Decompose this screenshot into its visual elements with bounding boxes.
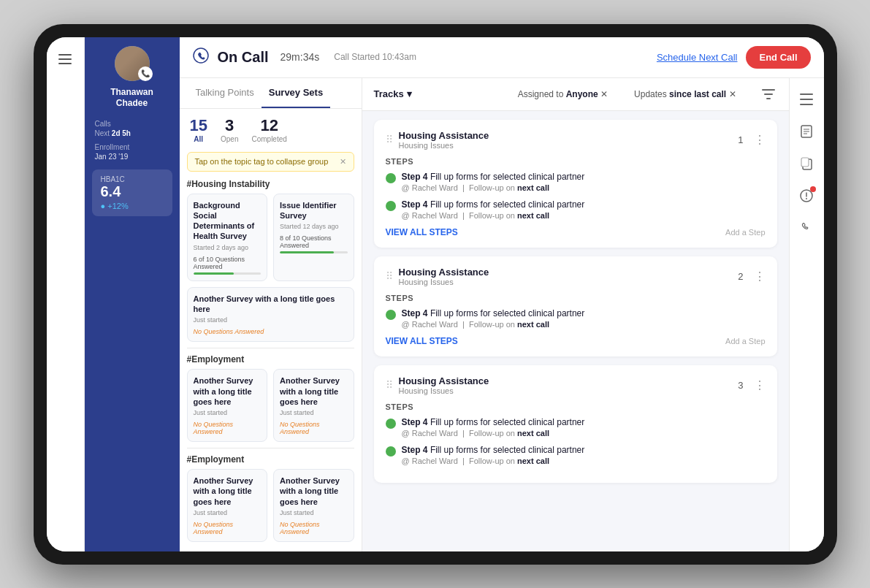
- step-text-1-2: Step 4 Fill up forms for selected clinic…: [402, 199, 766, 210]
- svg-rect-15: [801, 158, 809, 167]
- tab-talking-points[interactable]: Talking Points: [188, 78, 262, 108]
- track-card-1: ⠿ Housing Assistance Housing Issues 1 ⋮ …: [374, 120, 777, 248]
- survey-card-5[interactable]: Another Survey with a long title goes he…: [187, 469, 268, 542]
- step-content-1-1: Step 4 Fill up forms for selected clinic…: [402, 172, 766, 192]
- svg-point-18: [806, 198, 807, 199]
- phone-icon: [193, 47, 209, 67]
- survey-card-1-date: Started 2 days ago: [194, 244, 262, 251]
- main-content: On Call 29m:34s Call Started 10:43am Sch…: [180, 37, 824, 551]
- count-completed[interactable]: 12 Completed: [251, 116, 286, 143]
- svg-rect-0: [58, 54, 72, 56]
- kebab-icon-3[interactable]: ⋮: [754, 378, 766, 392]
- alert-icon[interactable]: [794, 183, 819, 208]
- count-all[interactable]: 15 All: [190, 116, 207, 143]
- kebab-icon-2[interactable]: ⋮: [754, 270, 766, 283]
- step-row-3-1: Step 4 Fill up forms for selected clinic…: [386, 417, 766, 438]
- notice-bar: Tap on the topic tag to collapse group ✕: [187, 152, 354, 172]
- schedule-next-button[interactable]: Schedule Next Call: [657, 52, 738, 63]
- track-card-2-header: ⠿ Housing Assistance Housing Issues 2 ⋮: [386, 267, 766, 286]
- updates-filter[interactable]: Updates since last call ✕: [634, 89, 736, 99]
- count-completed-num: 12: [260, 116, 278, 135]
- survey-card-6[interactable]: Another Survey with a long title goes he…: [273, 469, 354, 542]
- top-bar: On Call 29m:34s Call Started 10:43am Sch…: [180, 37, 824, 78]
- enrollment-label: Enrollment: [85, 143, 130, 151]
- step-content-2-1: Step 4 Fill up forms for selected clinic…: [402, 308, 766, 329]
- step-meta-3-1: @ Rachel Ward | Follow-up on next call: [402, 429, 766, 438]
- view-all-steps-2[interactable]: VIEW ALL STEPS: [386, 336, 458, 346]
- survey-card-6-no-questions: No Questions Answered: [280, 521, 348, 535]
- survey-card-4[interactable]: Another Survey with a long title goes he…: [273, 369, 354, 442]
- track-2-subtitle: Housing Issues: [399, 278, 733, 286]
- track-1-title: Housing Assistance: [399, 130, 733, 141]
- drag-handle-3[interactable]: ⠿: [386, 379, 393, 391]
- step-text-2-1: Step 4 Fill up forms for selected clinic…: [402, 308, 766, 318]
- survey-card-1-progress-fill: [194, 272, 234, 275]
- steps-label-3: Steps: [386, 402, 766, 411]
- count-open[interactable]: 3 Open: [221, 116, 238, 143]
- survey-card-4-title: Another Survey with a long title goes he…: [280, 375, 348, 407]
- on-call-title: On Call: [218, 49, 269, 66]
- add-step-1[interactable]: Add a Step: [725, 228, 765, 237]
- hamburger-icon[interactable]: [52, 46, 78, 72]
- tracks-button[interactable]: Tracks ▾: [374, 88, 412, 99]
- step-content-1-2: Step 4 Fill up forms for selected clinic…: [402, 199, 766, 220]
- track-3-num: 3: [738, 380, 743, 391]
- document-icon[interactable]: [794, 119, 819, 144]
- track-info-2: Housing Assistance Housing Issues: [399, 267, 733, 286]
- count-open-num: 3: [225, 116, 234, 135]
- drag-handle-1[interactable]: ⠿: [386, 134, 393, 145]
- step-meta-1-2: @ Rachel Ward | Follow-up on next call: [402, 211, 766, 220]
- track-card-3: ⠿ Housing Assistance Housing Issues 3 ⋮ …: [374, 365, 777, 483]
- survey-card-5-date: Just started: [194, 509, 262, 516]
- drag-handle-2[interactable]: ⠿: [386, 270, 393, 282]
- copy-icon[interactable]: [794, 151, 819, 176]
- survey-grid-3: Another Survey with a long title goes he…: [187, 469, 354, 542]
- end-call-button[interactable]: End Call: [746, 46, 810, 69]
- survey-card-1-progress: 6 of 10 Questions Answered: [194, 256, 262, 270]
- svg-rect-4: [762, 89, 775, 91]
- hba1c-value: 6.4: [101, 183, 164, 200]
- track-footer-2: VIEW ALL STEPS Add a Step: [386, 336, 766, 346]
- left-panel-tabs: Talking Points Survey Sets: [180, 78, 362, 109]
- steps-label-1: Steps: [386, 157, 766, 166]
- step-content-3-1: Step 4 Fill up forms for selected clinic…: [402, 417, 766, 438]
- add-step-2[interactable]: Add a Step: [725, 337, 765, 345]
- right-panel: Tracks ▾ Assigned to Anyone ✕ Updates: [362, 78, 789, 551]
- view-all-steps-1[interactable]: VIEW ALL STEPS: [386, 227, 458, 237]
- notice-close-icon[interactable]: ✕: [340, 157, 346, 167]
- left-panel: Talking Points Survey Sets 15 All 3 Open: [180, 78, 362, 551]
- survey-single-date: Just started: [194, 316, 348, 324]
- survey-card-4-no-questions: No Questions Answered: [280, 421, 348, 435]
- phone-icon-rail[interactable]: [794, 215, 819, 240]
- kebab-icon-1[interactable]: ⋮: [754, 133, 766, 147]
- survey-card-2-progress-bar: [280, 251, 348, 253]
- track-1-subtitle: Housing Issues: [399, 141, 733, 150]
- avatar-container: 📞: [115, 46, 150, 81]
- section-divider-2: [187, 448, 354, 448]
- svg-rect-8: [800, 99, 813, 100]
- content-split: Talking Points Survey Sets 15 All 3 Open: [180, 78, 824, 551]
- filter-icon[interactable]: [760, 85, 777, 103]
- count-completed-label: Completed: [251, 135, 286, 143]
- survey-single-no-questions: No Questions Answered: [194, 328, 348, 335]
- assigned-filter[interactable]: Assigned to Anyone ✕: [518, 89, 608, 99]
- call-started: Call Started 10:43am: [334, 52, 416, 62]
- step-row-1-2: Step 4 Fill up forms for selected clinic…: [386, 199, 766, 220]
- survey-card-1[interactable]: Background Social Determinants of Health…: [187, 194, 268, 281]
- list-icon[interactable]: [794, 87, 819, 112]
- sidebar: 📞 Thanawan Chadee Calls Next 2d 5h Enrol…: [85, 37, 180, 551]
- right-rail: [789, 78, 824, 551]
- step-row-3-2: Step 4 Fill up forms for selected clinic…: [386, 445, 766, 465]
- survey-card-single[interactable]: Another Survey with a long title goes he…: [187, 287, 354, 343]
- survey-card-3[interactable]: Another Survey with a long title goes he…: [187, 369, 268, 442]
- section1-header: #Housing Instability: [187, 179, 354, 189]
- survey-card-2-title: Issue Identifier Survey: [280, 200, 348, 221]
- survey-card-2[interactable]: Issue Identifier Survey Started 12 days …: [273, 194, 354, 281]
- count-row: 15 All 3 Open 12 Completed: [180, 109, 362, 148]
- track-info-1: Housing Assistance Housing Issues: [399, 130, 733, 150]
- svg-rect-7: [800, 93, 813, 95]
- track-footer-1: VIEW ALL STEPS Add a Step: [386, 227, 766, 237]
- tab-survey-sets[interactable]: Survey Sets: [262, 78, 330, 108]
- survey-card-2-progress-fill: [280, 251, 334, 253]
- survey-card-3-no-questions: No Questions Answered: [194, 421, 262, 435]
